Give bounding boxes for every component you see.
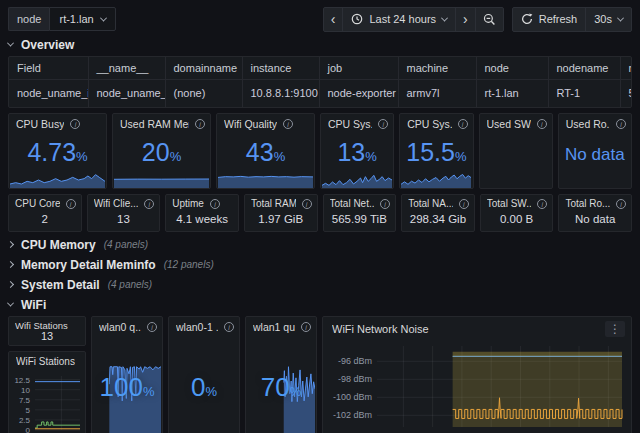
- column-header[interactable]: node: [476, 57, 548, 79]
- table-cell: RT-1: [548, 79, 620, 107]
- info-icon[interactable]: i: [283, 119, 293, 129]
- variable-picker-node[interactable]: node rt-1.lan: [8, 7, 116, 31]
- panel-title[interactable]: Wifi Quality: [224, 118, 277, 130]
- column-header[interactable]: Field: [9, 57, 88, 79]
- panel-menu-icon[interactable]: ⋮: [605, 321, 625, 337]
- info-icon[interactable]: i: [66, 199, 76, 209]
- column-header[interactable]: domainname: [165, 57, 242, 79]
- stat-value: 0.00 B: [481, 213, 553, 225]
- info-icon[interactable]: i: [616, 199, 626, 209]
- column-header[interactable]: nodename: [548, 57, 620, 79]
- chevron-right-icon: [7, 241, 14, 248]
- info-icon[interactable]: i: [378, 119, 388, 129]
- row-header-wifi[interactable]: WiFi: [8, 297, 632, 312]
- info-icon[interactable]: i: [459, 199, 469, 209]
- time-shift-back-button[interactable]: ‹: [324, 8, 344, 31]
- info-icon[interactable]: i: [224, 322, 234, 332]
- row-header-cpu-memory[interactable]: CPU Memory (4 panels): [8, 237, 632, 252]
- chevron-down-icon: [7, 300, 14, 307]
- table-cell: node_uname_info: [9, 79, 88, 107]
- info-icon[interactable]: i: [144, 199, 154, 209]
- svg-text:-100 dBm: -100 dBm: [333, 392, 372, 402]
- panel-title[interactable]: Total NA...: [408, 198, 453, 209]
- panel-title[interactable]: CPU Sys...: [328, 118, 372, 130]
- panel-title[interactable]: wlan0-1 ...: [176, 321, 218, 333]
- time-range-label: Last 24 hours: [369, 13, 436, 25]
- panel-title[interactable]: Total Net...: [330, 198, 375, 209]
- wifi-network-noise-chart[interactable]: -96 dBm-98 dBm-100 dBm-102 dBm12:0015:00…: [325, 341, 629, 433]
- panel-title[interactable]: CPU Busy: [16, 118, 64, 130]
- info-icon[interactable]: i: [302, 199, 312, 209]
- panel-title[interactable]: wlan0 q...: [99, 321, 141, 333]
- column-header[interactable]: instance: [242, 57, 319, 79]
- row-header-system-detail[interactable]: System Detail (4 panels): [8, 277, 632, 292]
- column-header[interactable]: rele: [620, 57, 632, 79]
- info-icon[interactable]: i: [537, 119, 547, 129]
- info-icon[interactable]: i: [195, 119, 205, 129]
- chevron-down-icon: [617, 14, 624, 21]
- variable-value: rt-1.lan: [59, 13, 93, 25]
- info-icon[interactable]: i: [458, 119, 468, 129]
- panel-title[interactable]: Used RAM Mem...: [120, 118, 189, 130]
- cpu-system2-sparkline[interactable]: [401, 172, 471, 188]
- refresh-interval: 30s: [594, 13, 612, 25]
- panel-used-root: Used Ro...i No data: [558, 113, 632, 189]
- table-cell: node-exporter: [319, 79, 398, 107]
- panel-title[interactable]: wlan1 qu...: [253, 321, 295, 333]
- stat-value: 100: [100, 372, 143, 402]
- panel-cpu-system-1: CPU Sys...i 13%: [320, 113, 394, 189]
- info-icon[interactable]: i: [210, 199, 220, 209]
- column-header[interactable]: machine: [398, 57, 476, 79]
- panel-title[interactable]: Total SW...: [487, 198, 532, 209]
- panel-count: (4 panels): [104, 239, 148, 250]
- stat-unit: %: [76, 149, 88, 164]
- table-cell: 10.8.8.1:9100: [242, 79, 319, 107]
- stat-unit: %: [205, 384, 217, 399]
- panel-title[interactable]: CPU Cores: [15, 198, 60, 209]
- panel-title[interactable]: WiFi Network Noise: [332, 323, 429, 335]
- used-ram-sparkline[interactable]: [114, 172, 209, 188]
- stat-value: 4.1 weeks: [166, 213, 238, 225]
- cpu-system-sparkline[interactable]: [322, 172, 392, 188]
- panel-wifi-stations-stat: Wifi Stations 13: [8, 316, 86, 346]
- stat-unit: %: [455, 149, 467, 164]
- info-icon[interactable]: i: [70, 119, 80, 129]
- panel-title[interactable]: Total RAM: [251, 198, 296, 209]
- info-icon[interactable]: i: [147, 322, 157, 332]
- chevron-down-icon: [100, 14, 107, 21]
- row-title: WiFi: [21, 298, 46, 312]
- cpu-busy-sparkline[interactable]: [10, 172, 105, 188]
- grafana-dashboard: node rt-1.lan ‹ Last 24 hours: [0, 0, 640, 433]
- panel-title[interactable]: Used SW...: [487, 118, 531, 130]
- refresh-button[interactable]: Refresh: [513, 8, 587, 31]
- time-range-group: ‹ Last 24 hours ›: [323, 7, 504, 32]
- panel-cpu-cores: CPU Coresi 2: [8, 194, 82, 232]
- wifi-stations-chart[interactable]: 02.557.51012.500:00: [11, 372, 83, 433]
- panel-title[interactable]: WiFi Stations: [16, 356, 75, 367]
- info-icon[interactable]: i: [537, 199, 547, 209]
- row-header-memory-detail[interactable]: Memory Detail Meminfo (12 panels): [8, 257, 632, 272]
- info-icon[interactable]: i: [380, 199, 390, 209]
- panel-count: (12 panels): [164, 259, 214, 270]
- time-shift-forward-button[interactable]: ›: [456, 8, 476, 31]
- zoom-out-time-button[interactable]: [476, 8, 503, 31]
- panel-used-ram: Used RAM Mem...i 20%: [112, 113, 211, 189]
- row-header-overview[interactable]: Overview: [8, 37, 632, 52]
- stat-value: 2: [9, 213, 81, 225]
- time-range-picker-button[interactable]: Last 24 hours: [343, 8, 456, 31]
- info-icon[interactable]: i: [301, 322, 311, 332]
- variable-value-dropdown[interactable]: rt-1.lan: [49, 7, 115, 31]
- panel-title[interactable]: Wifi Clie...: [94, 198, 139, 209]
- panel-title[interactable]: Total Ro...: [565, 198, 610, 209]
- refresh-interval-dropdown[interactable]: 30s: [586, 8, 631, 31]
- chevron-right-icon: [7, 261, 14, 268]
- stat-value: 298.34 Gib: [402, 213, 474, 225]
- column-header[interactable]: __name__: [88, 57, 165, 79]
- panel-title[interactable]: CPU Sys...: [407, 118, 451, 130]
- panel-title[interactable]: Uptime: [172, 198, 204, 209]
- panel-cpu-busy: CPU Busyi 4.73%: [8, 113, 107, 189]
- info-icon[interactable]: i: [616, 119, 626, 129]
- wifi-quality-sparkline[interactable]: [218, 172, 313, 188]
- panel-title[interactable]: Used Ro...: [566, 118, 610, 130]
- column-header[interactable]: job: [319, 57, 398, 79]
